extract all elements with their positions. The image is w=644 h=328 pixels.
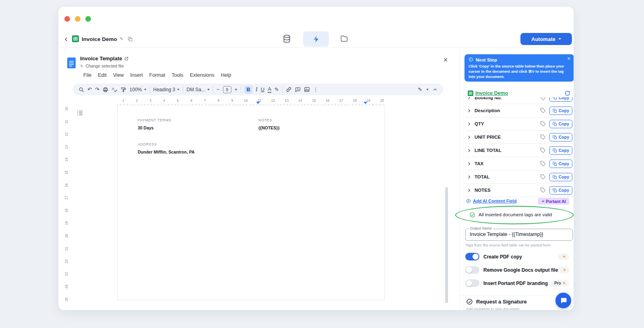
underline-button[interactable]: U xyxy=(261,87,264,92)
copy-button[interactable]: Copy xyxy=(549,146,572,155)
tag-icon[interactable] xyxy=(540,187,546,193)
dismiss-banner-button[interactable]: × xyxy=(567,55,570,62)
close-editor-button[interactable]: × xyxy=(441,55,450,65)
menu-extensions[interactable]: Extensions xyxy=(190,72,215,78)
tag-icon[interactable] xyxy=(540,108,546,113)
copy-button[interactable]: Copy xyxy=(549,97,572,102)
insert-image-icon[interactable] xyxy=(304,86,310,92)
copy-button[interactable]: Copy xyxy=(549,186,572,195)
workflow-sidebar: Next Step × Click 'Copy' in the source t… xyxy=(459,47,574,310)
tag-icon[interactable] xyxy=(540,148,546,153)
decrease-font-size-button[interactable]: − xyxy=(217,87,220,92)
menu-edit[interactable]: Edit xyxy=(98,72,107,78)
print-icon[interactable] xyxy=(103,87,108,92)
copy-button[interactable]: Copy xyxy=(549,107,572,115)
document-page[interactable]: PAYMENT TERMS 30 Days NOTES {{NOTES}} AD… xyxy=(117,105,385,300)
paint-format-icon[interactable] xyxy=(121,87,126,92)
output-name-input[interactable]: Invoice Template - {{Timestamp}} xyxy=(465,229,573,241)
open-external-icon[interactable] xyxy=(124,57,128,61)
pencil-icon: ✎ xyxy=(80,64,83,68)
menu-insert[interactable]: Insert xyxy=(130,72,143,78)
menu-format[interactable]: Format xyxy=(149,72,165,78)
ruler-number: 12 xyxy=(64,130,68,138)
editing-mode-icon[interactable]: ✎ xyxy=(418,87,422,92)
expand-chevron-icon[interactable] xyxy=(467,122,471,126)
expand-chevron-icon[interactable] xyxy=(467,175,471,179)
menu-tools[interactable]: Tools xyxy=(171,72,183,78)
toggle-insert-portant-pdf-branding[interactable] xyxy=(465,279,479,287)
back-button[interactable]: ‹ xyxy=(61,34,71,44)
close-window-button[interactable] xyxy=(64,16,70,22)
expand-chevron-icon[interactable] xyxy=(467,148,471,153)
add-ai-content-field-link[interactable]: Add AI Content Field xyxy=(466,199,516,203)
ruler-number: 18 xyxy=(353,98,357,102)
font-size-input[interactable]: 9 xyxy=(223,86,231,93)
refresh-icon[interactable] xyxy=(564,90,571,98)
copy-button[interactable]: Copy xyxy=(549,173,572,181)
change-selected-file[interactable]: ✎ Change selected file xyxy=(80,64,124,68)
menu-help[interactable]: Help xyxy=(221,72,231,78)
portant-ai-badge[interactable]: ✦ Portant AI xyxy=(538,198,569,205)
zoom-value: 100% xyxy=(130,87,142,92)
more-options-icon[interactable]: ⋮ xyxy=(313,87,318,92)
paragraph-style-select[interactable]: Heading 3 xyxy=(153,87,180,92)
expand-chevron-icon[interactable] xyxy=(467,109,471,113)
toggle-remove-google-docs-output-file[interactable] xyxy=(465,266,479,274)
source-file-link[interactable]: Invoice Demo xyxy=(475,90,508,96)
docs-toolbar: ↶ ↷ A 100% Heading 3 DM Sa... − xyxy=(73,84,443,95)
ruler-number: 6 xyxy=(190,98,192,102)
copy-button[interactable]: Copy xyxy=(549,160,572,168)
tag-icon[interactable] xyxy=(540,174,546,180)
copy-button[interactable]: Copy xyxy=(549,120,572,128)
chat-widget-button[interactable] xyxy=(555,293,571,308)
expand-chevron-icon[interactable] xyxy=(467,162,471,166)
font-select[interactable]: DM Sa... xyxy=(186,87,210,92)
vertical-scrollbar[interactable] xyxy=(445,187,448,303)
tag-icon[interactable] xyxy=(540,121,546,127)
chevron-down-icon xyxy=(426,89,429,90)
zoom-select[interactable]: 100% xyxy=(130,87,147,92)
toolbar-divider xyxy=(241,86,241,93)
search-icon[interactable] xyxy=(78,87,84,92)
highlight-color-icon[interactable]: ✎ xyxy=(275,87,279,92)
app-window: ‹ Invoice Demo ✎ Automate Invoice Templa… xyxy=(58,6,574,310)
minimize-window-button[interactable] xyxy=(75,16,80,22)
collapse-toolbar-icon[interactable] xyxy=(433,87,438,92)
copy-button[interactable]: Copy xyxy=(549,133,572,141)
undo-icon[interactable]: ↶ xyxy=(87,87,92,92)
italic-button[interactable]: I xyxy=(256,87,258,92)
field-rows: Description Copy QTY Copy UNIT PRICE xyxy=(465,104,573,197)
maximize-window-button[interactable] xyxy=(85,16,91,22)
signature-helper-text: Add recipients to sign document xyxy=(466,307,519,310)
ruler-number: 23 xyxy=(64,270,68,278)
automation-step-tab[interactable] xyxy=(303,31,329,47)
document-outline-icon[interactable] xyxy=(77,110,83,117)
ruler-number: 13 xyxy=(285,98,288,102)
address-value: Dunder Mifflin, Scantron, PA xyxy=(138,150,195,154)
copy-label: Copy xyxy=(559,97,569,100)
expand-chevron-icon[interactable] xyxy=(467,188,471,193)
spellcheck-icon[interactable]: A xyxy=(111,86,118,92)
output-name-value: Invoice Template - {{Timestamp}} xyxy=(466,229,572,240)
sparkle-icon: ✦ xyxy=(563,268,566,272)
rename-icon[interactable]: ✎ xyxy=(120,36,124,42)
insert-link-icon[interactable] xyxy=(286,86,292,92)
automate-button[interactable]: Automate xyxy=(520,33,572,45)
tag-icon[interactable] xyxy=(540,97,546,100)
expand-chevron-icon[interactable] xyxy=(467,135,471,139)
toggle-create-pdf-copy[interactable] xyxy=(465,253,479,260)
chevron-down-icon xyxy=(207,89,210,90)
ruler-number: 11 xyxy=(258,98,261,102)
field-label: QTY xyxy=(475,121,484,126)
text-color-button[interactable]: A xyxy=(268,86,271,93)
expand-chevron-icon[interactable] xyxy=(467,97,471,100)
request-signature-row[interactable]: Request a Signature xyxy=(466,298,527,305)
menu-view[interactable]: View xyxy=(113,72,124,78)
redo-icon[interactable]: ↷ xyxy=(95,87,99,92)
add-comment-icon[interactable] xyxy=(295,87,301,92)
bold-button[interactable]: B xyxy=(244,86,252,94)
increase-font-size-button[interactable]: + xyxy=(235,87,238,92)
tag-icon[interactable] xyxy=(540,134,546,140)
tag-icon[interactable] xyxy=(540,161,546,166)
menu-file[interactable]: File xyxy=(83,72,91,78)
